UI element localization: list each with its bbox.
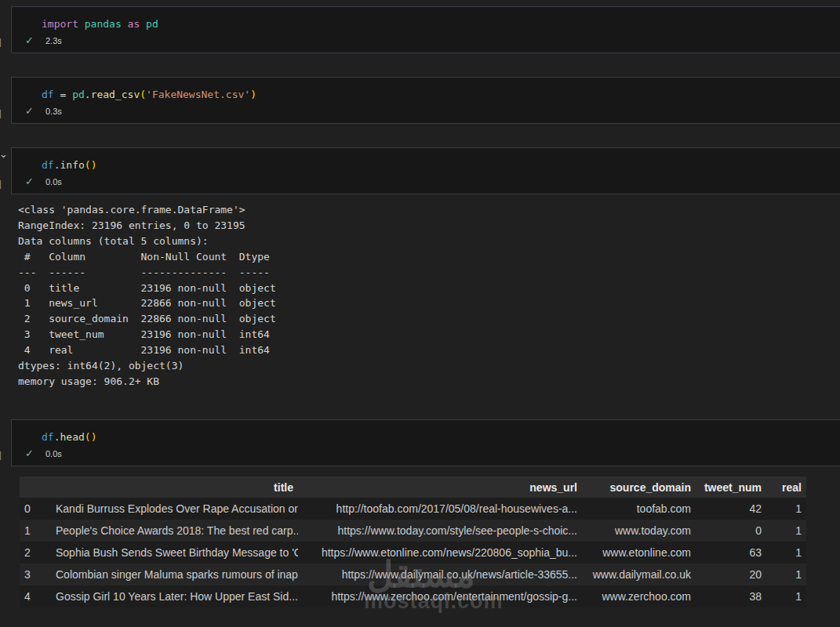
table-cell: 1 bbox=[766, 520, 806, 542]
table-cell: 63 bbox=[696, 542, 766, 564]
success-check-icon: ✓ bbox=[25, 448, 34, 460]
table-cell: 1 bbox=[766, 542, 806, 564]
table-cell: https://www.etonline.com/news/220806_sop… bbox=[298, 542, 582, 564]
code-token: df bbox=[42, 159, 54, 171]
code-token: ( bbox=[85, 159, 91, 171]
code-token: = bbox=[54, 89, 72, 100]
row-index-cell: 0 bbox=[20, 498, 51, 520]
code-token bbox=[78, 18, 85, 30]
code-line[interactable]: df.head() bbox=[42, 430, 96, 444]
row-index-cell: 3 bbox=[20, 564, 51, 585]
table-cell: https://www.dailymail.co.uk/news/article… bbox=[298, 564, 582, 585]
table-cell: https://www.today.com/style/see-people-s… bbox=[298, 520, 582, 542]
code-token: pd bbox=[146, 18, 158, 30]
code-cell-df-head[interactable]: df.head() ✓ 0.0s bbox=[11, 419, 840, 466]
column-header-title: title bbox=[51, 477, 298, 498]
table-cell: www.etonline.com bbox=[582, 542, 696, 564]
success-check-icon: ✓ bbox=[25, 176, 34, 188]
cell-collapse-chevron-icon[interactable]: ⌄ bbox=[0, 150, 8, 159]
column-header-index bbox=[20, 477, 51, 498]
success-check-icon: ✓ bbox=[25, 34, 34, 47]
table-cell: People's Choice Awards 2018: The best re… bbox=[51, 520, 298, 542]
code-token: as bbox=[128, 18, 140, 30]
code-line[interactable]: df.info() bbox=[42, 158, 96, 172]
row-index-cell: 4 bbox=[20, 585, 51, 607]
code-line[interactable]: import pandas as pd bbox=[42, 17, 158, 31]
cell-gutter-bracket: ] bbox=[0, 109, 5, 120]
table-cell: www.dailymail.co.uk bbox=[582, 564, 696, 585]
cell-gutter-bracket: ] bbox=[0, 179, 5, 190]
table-cell: www.today.com bbox=[582, 520, 696, 542]
code-token: info bbox=[60, 159, 84, 171]
code-line[interactable]: df = pd.read_csv('FakeNewsNet.csv') bbox=[42, 88, 256, 101]
table-body: 0Kandi Burruss Explodes Over Rape Accusa… bbox=[20, 498, 806, 607]
table-cell: 1 bbox=[766, 585, 806, 607]
cell-gutter-bracket: ] bbox=[0, 38, 5, 49]
code-cell-read-csv[interactable]: df = pd.read_csv('FakeNewsNet.csv') ✓ 0.… bbox=[11, 77, 840, 124]
table-cell: 42 bbox=[696, 498, 766, 520]
table-cell: www.zerchoo.com bbox=[582, 585, 696, 607]
table-cell: 1 bbox=[766, 498, 806, 520]
code-token: ( bbox=[140, 89, 146, 100]
table-cell: Gossip Girl 10 Years Later: How Upper Ea… bbox=[51, 585, 298, 607]
column-header-real: real bbox=[766, 477, 806, 498]
table-row: 2Sophia Bush Sends Sweet Birthday Messag… bbox=[20, 542, 806, 564]
execution-time: 0.3s bbox=[45, 107, 62, 117]
table-cell: 0 bbox=[696, 520, 766, 542]
execution-time: 2.3s bbox=[45, 36, 62, 46]
code-token: import bbox=[42, 18, 78, 30]
table-cell: Kandi Burruss Explodes Over Rape Accusat… bbox=[51, 498, 298, 520]
code-token: 'FakeNewsNet.csv' bbox=[146, 89, 250, 100]
column-header-news_url: news_url bbox=[298, 477, 582, 498]
code-token: df bbox=[42, 431, 54, 443]
code-token: ( bbox=[85, 431, 91, 443]
table-cell: http://toofab.com/2017/05/08/real-housew… bbox=[298, 498, 582, 520]
table-cell: https://www.zerchoo.com/entertainment/go… bbox=[298, 585, 582, 607]
table-header: titlenews_urlsource_domaintweet_numreal bbox=[20, 477, 806, 498]
code-token: ) bbox=[250, 89, 256, 100]
table-row: 0Kandi Burruss Explodes Over Rape Accusa… bbox=[20, 498, 806, 520]
cell-output-text: <class 'pandas.core.frame.DataFrame'> Ra… bbox=[18, 202, 276, 390]
code-cell-df-info[interactable]: df.info() ✓ 0.0s bbox=[11, 147, 840, 194]
code-cell-import[interactable]: import pandas as pd ✓ 2.3s bbox=[11, 6, 840, 53]
code-token: df bbox=[42, 89, 54, 100]
code-token bbox=[122, 18, 128, 30]
table-cell: Sophia Bush Sends Sweet Birthday Message… bbox=[51, 542, 298, 564]
code-token: ) bbox=[91, 159, 97, 171]
cell-gutter-bracket: ] bbox=[0, 451, 5, 462]
table-row: 4Gossip Girl 10 Years Later: How Upper E… bbox=[20, 585, 806, 607]
code-token: . bbox=[85, 89, 91, 100]
code-token: ) bbox=[91, 431, 97, 443]
success-check-icon: ✓ bbox=[25, 105, 34, 118]
column-header-source_domain: source_domain bbox=[582, 477, 696, 498]
code-token: pandas bbox=[85, 18, 122, 30]
dataframe-table: titlenews_urlsource_domaintweet_numreal … bbox=[20, 477, 806, 607]
table-row: 3Colombian singer Maluma sparks rumours … bbox=[20, 564, 806, 585]
code-token: head bbox=[60, 431, 84, 443]
notebook-editor: import pandas as pd ✓ 2.3s df = pd.read_… bbox=[0, 0, 840, 627]
code-token: read_csv bbox=[91, 89, 140, 100]
table-cell: 20 bbox=[696, 564, 766, 585]
column-header-tweet_num: tweet_num bbox=[696, 477, 766, 498]
cell-status-bar: ✓ 0.3s bbox=[12, 105, 169, 119]
execution-time: 0.0s bbox=[45, 449, 62, 459]
cell-status-bar: ✓ 0.0s bbox=[12, 448, 169, 462]
cell-status-bar: ✓ 0.0s bbox=[12, 176, 169, 190]
cell-status-bar: ✓ 2.3s bbox=[12, 34, 169, 49]
execution-time: 0.0s bbox=[45, 177, 62, 187]
table-cell: 1 bbox=[766, 564, 806, 585]
table-cell: Colombian singer Maluma sparks rumours o… bbox=[51, 564, 298, 585]
code-token bbox=[140, 18, 146, 30]
row-index-cell: 1 bbox=[20, 520, 51, 542]
row-index-cell: 2 bbox=[20, 542, 51, 564]
table-header-row: titlenews_urlsource_domaintweet_numreal bbox=[20, 477, 806, 498]
code-token: pd bbox=[72, 89, 85, 100]
table-cell: toofab.com bbox=[582, 498, 696, 520]
table-row: 1People's Choice Awards 2018: The best r… bbox=[20, 520, 806, 542]
table-cell: 38 bbox=[696, 585, 766, 607]
